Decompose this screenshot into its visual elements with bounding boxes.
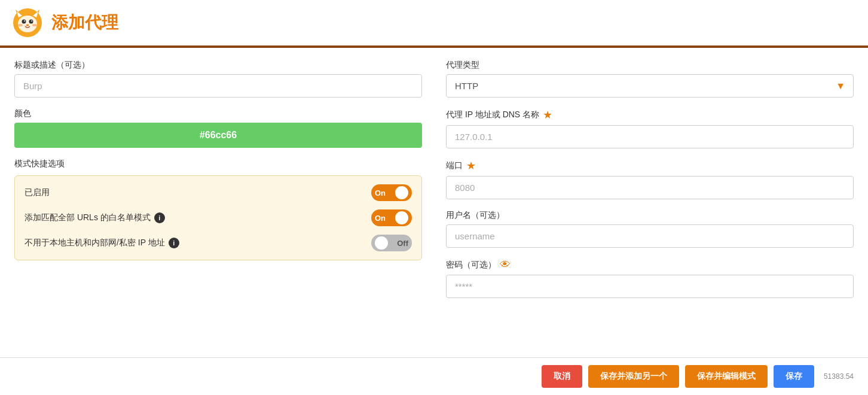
ip-required-star: ★ (543, 108, 552, 121)
add-another-button[interactable]: 保存并添加另一个 (588, 365, 679, 388)
logo-icon (12, 7, 43, 38)
color-field-group: 颜色 #66cc66 (14, 108, 422, 148)
title-input[interactable] (14, 74, 422, 98)
port-field-group: 端口 ★ (446, 159, 854, 199)
ip-label: 代理 IP 地址或 DNS 名称 ★ (446, 108, 854, 121)
svg-point-11 (18, 24, 23, 26)
header: 添加代理 (0, 0, 868, 48)
color-label: 颜色 (14, 108, 422, 119)
toggle-whitelist[interactable]: On (371, 209, 412, 226)
username-input[interactable] (446, 224, 854, 248)
toggle-knob-whitelist (395, 211, 408, 224)
mode-box: 已启用 On 添加匹配全部 URLs 的白名单模式 i (14, 175, 422, 260)
toggle-knob-local (375, 236, 388, 250)
main-form: 标题或描述（可选） 颜色 #66cc66 模式快捷选项 已启用 (0, 48, 868, 357)
mode-row-enabled: 已启用 On (25, 184, 412, 201)
ip-field-group: 代理 IP 地址或 DNS 名称 ★ (446, 108, 854, 148)
whitelist-info-icon[interactable]: i (154, 212, 165, 223)
local-info-icon[interactable]: i (169, 238, 179, 248)
svg-point-7 (29, 20, 33, 24)
mode-field-group: 模式快捷选项 已启用 On (14, 159, 422, 260)
password-input[interactable] (446, 275, 854, 298)
page-title: 添加代理 (51, 11, 118, 34)
mode-row-local: 不用于本地主机和内部网/私密 IP 地址 i Off (25, 235, 412, 251)
mode-row-whitelist: 添加匹配全部 URLs 的白名单模式 i On (25, 209, 412, 226)
username-field-group: 用户名（可选） (446, 210, 854, 248)
proxy-type-field-group: 代理类型 HTTP HTTPS SOCKS4 SOCKS5 ▼ (446, 60, 854, 98)
title-label: 标题或描述（可选） (14, 60, 422, 71)
username-label: 用户名（可选） (446, 210, 854, 221)
proxy-type-select[interactable]: HTTP HTTPS SOCKS4 SOCKS5 (446, 74, 854, 98)
toggle-local[interactable]: Off (371, 235, 412, 251)
proxy-type-label: 代理类型 (446, 60, 854, 71)
svg-point-6 (22, 20, 26, 24)
port-required-star: ★ (466, 159, 476, 172)
page-info: 51383.54 (824, 372, 854, 381)
ip-input[interactable] (446, 125, 854, 148)
mode-whitelist-label: 添加匹配全部 URLs 的白名单模式 i (25, 212, 165, 223)
edit-mode-button[interactable]: 保存并编辑模式 (685, 365, 768, 388)
proxy-type-select-wrapper: HTTP HTTPS SOCKS4 SOCKS5 ▼ (446, 74, 854, 98)
left-column: 标题或描述（可选） 颜色 #66cc66 模式快捷选项 已启用 (14, 60, 422, 309)
svg-point-1 (18, 16, 37, 32)
toggle-knob-enabled (395, 186, 408, 199)
port-input[interactable] (446, 176, 854, 199)
title-field-group: 标题或描述（可选） (14, 60, 422, 98)
cancel-button[interactable]: 取消 (542, 365, 582, 388)
svg-point-12 (32, 24, 37, 26)
mode-local-label: 不用于本地主机和内部网/私密 IP 地址 i (25, 238, 179, 248)
password-field-group: 密码（可选） 👁 (446, 259, 854, 298)
svg-point-10 (26, 25, 29, 26)
right-column: 代理类型 HTTP HTTPS SOCKS4 SOCKS5 ▼ 代理 IP 地址… (446, 60, 854, 309)
mode-enabled-label: 已启用 (25, 187, 50, 198)
color-picker[interactable]: #66cc66 (14, 123, 422, 148)
mode-label: 模式快捷选项 (14, 159, 422, 169)
password-label: 密码（可选） 👁 (446, 259, 854, 271)
bottom-bar: 取消 保存并添加另一个 保存并编辑模式 保存 51383.54 (0, 357, 868, 395)
password-eye-icon[interactable]: 👁 (500, 259, 511, 271)
port-label: 端口 ★ (446, 159, 854, 172)
svg-point-9 (31, 20, 32, 22)
toggle-enabled[interactable]: On (371, 184, 412, 201)
save-button[interactable]: 保存 (774, 365, 814, 388)
svg-point-8 (24, 20, 25, 22)
